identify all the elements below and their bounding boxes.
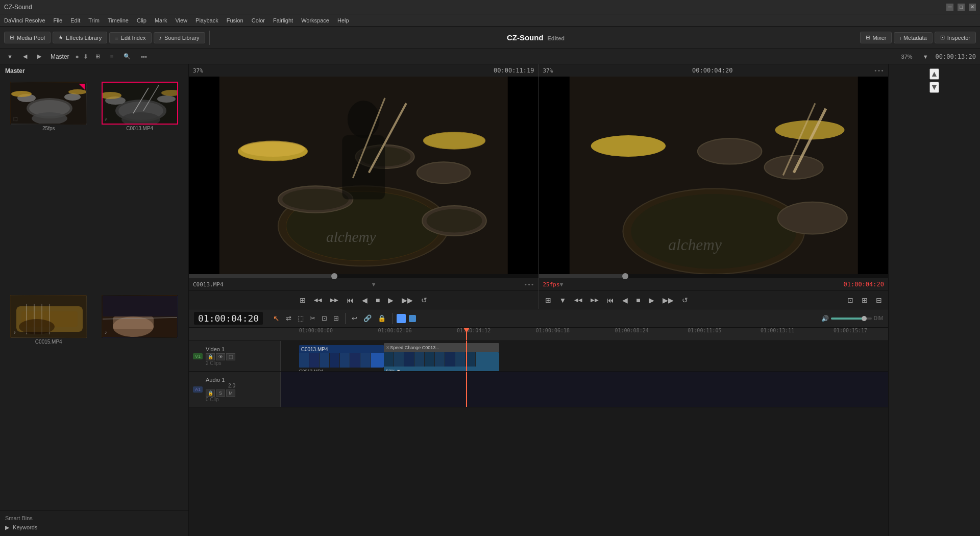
metadata-button[interactable]: i Metadata [894, 32, 932, 43]
source-go-start-button[interactable]: ⏮ [345, 295, 356, 305]
more-options-button[interactable]: ••• [138, 53, 150, 61]
clip-thumbnail[interactable]: ⬚ [10, 82, 87, 125]
source-zoom[interactable]: 37% [193, 67, 203, 74]
source-scrubber[interactable] [189, 274, 538, 278]
edit-index-button[interactable]: ≡ Edit Index [109, 32, 151, 43]
minimize-button[interactable]: ─ [946, 4, 953, 11]
color-swatch-blue[interactable] [397, 314, 406, 323]
nav-left-button[interactable]: ◀ [20, 52, 30, 61]
audio-mute-button[interactable]: M [226, 389, 235, 397]
davinci-resolve-menu[interactable]: DaVinci Resolve [4, 17, 45, 23]
mark-menu[interactable]: Mark [155, 17, 167, 23]
slide-tool-button[interactable]: ⊞ [331, 313, 341, 323]
dynamic-trim-button[interactable]: ⬚ [296, 313, 306, 323]
timeline-view-button[interactable]: ⊞ [543, 295, 553, 305]
timeline-zoom-in[interactable]: ⊞ [860, 295, 870, 305]
source-loop-button[interactable]: ↺ [419, 295, 429, 305]
media-pool-button[interactable]: ⊞ Media Pool [4, 32, 51, 43]
track-eye-button[interactable]: 👁 [216, 353, 225, 360]
search-button[interactable]: 🔍 [120, 52, 134, 61]
nav-right-button[interactable]: ▶ [34, 52, 44, 61]
keywords-item[interactable]: ▶ Keywords [5, 523, 183, 532]
source-in-out-button[interactable]: ⊞ [298, 295, 308, 305]
timeline-stop[interactable]: ■ [634, 295, 642, 305]
speed-change-clip[interactable]: 50% ▼ [384, 352, 499, 371]
audio-lock-button[interactable]: 🔒 [206, 389, 215, 397]
playback-menu[interactable]: Playback [195, 17, 218, 23]
clip-thumbnail[interactable]: ♪ [102, 82, 178, 125]
timeline-fullscreen[interactable]: ⊡ [845, 295, 855, 305]
sound-library-button[interactable]: ♪ Sound Library [154, 32, 205, 43]
trim-menu[interactable]: Trim [88, 17, 100, 23]
track-lock-button[interactable]: 🔒 [206, 353, 215, 360]
list-item[interactable]: ♪ C0015.MP4 [4, 295, 93, 506]
track-box-button[interactable]: ⬚ [226, 353, 235, 360]
source-prev-frame-button[interactable]: ◀ [360, 295, 370, 305]
clip-thumbnail[interactable]: ♪ [102, 295, 178, 338]
blade-tool-button[interactable]: ✂ [308, 313, 317, 323]
source-viewer-screen[interactable]: alchemy [189, 77, 538, 274]
timeline-scrubber[interactable] [539, 274, 889, 278]
inspector-button[interactable]: ⊡ Inspector [935, 32, 976, 43]
speed-dropdown-icon[interactable]: ▼ [396, 369, 401, 371]
video-track-content[interactable]: C0013.MP4 [281, 341, 888, 371]
timeline-loop[interactable]: ↺ [680, 295, 690, 305]
volume-slider[interactable] [831, 318, 872, 320]
view-menu[interactable]: View [175, 17, 187, 23]
timeline-go-start[interactable]: ⏮ [605, 295, 616, 305]
source-play-button[interactable]: ▶ [386, 295, 396, 305]
source-more-button[interactable]: ••• [524, 281, 534, 288]
fusion-menu[interactable]: Fusion [227, 17, 243, 23]
zoom-down-button[interactable]: ▼ [920, 53, 932, 61]
timeline-zoom[interactable]: 37% [543, 67, 553, 74]
timeline-next-frame[interactable]: ▶▶ [660, 295, 676, 305]
source-zoom-display[interactable]: 37% [898, 53, 916, 61]
source-prev-button[interactable]: ◀◀ [312, 296, 324, 304]
audio-track-content[interactable] [281, 372, 888, 407]
file-menu[interactable]: File [54, 17, 63, 23]
audio-solo-button[interactable]: S [216, 389, 225, 397]
list-item[interactable]: ♪ C0013.MP4 [95, 82, 185, 293]
side-up-button[interactable]: ▲ [929, 68, 940, 80]
timeline-viewer-screen[interactable]: alchemy [539, 77, 889, 274]
snap-button[interactable]: ↩ [350, 313, 359, 323]
side-down-button[interactable]: ▼ [929, 82, 940, 93]
color-swatch-dark-blue[interactable] [409, 315, 416, 322]
close-button[interactable]: ✕ [969, 4, 976, 11]
lock-button[interactable]: 🔒 [376, 313, 388, 323]
link-button[interactable]: 🔗 [361, 313, 374, 323]
timeline-prev-frame[interactable]: ◀ [620, 295, 630, 305]
timeline-next-next[interactable]: ▶▶ [589, 296, 601, 304]
source-options-button[interactable]: ▼ [372, 281, 376, 288]
timeline-menu[interactable]: Timeline [108, 17, 129, 23]
list-item[interactable]: ♪ [95, 295, 185, 506]
timeline-scrubber-handle[interactable] [622, 273, 628, 279]
slip-tool-button[interactable]: ⊡ [320, 313, 329, 323]
expand-button[interactable]: ▼ [4, 53, 16, 61]
select-tool-button[interactable]: ↖ [271, 313, 282, 324]
help-menu[interactable]: Help [337, 17, 349, 23]
mixer-button[interactable]: ⊞ Mixer [860, 32, 892, 43]
timeline-prev-prev[interactable]: ◀◀ [572, 296, 584, 304]
fps-dropdown[interactable]: ▼ [560, 281, 564, 288]
workspace-menu[interactable]: Workspace [301, 17, 329, 23]
color-menu[interactable]: Color [252, 17, 265, 23]
video-clip[interactable]: C0013.MP4 [299, 345, 384, 368]
list-item[interactable]: ⬚ 25fps [4, 82, 93, 293]
timeline-more-button[interactable]: ••• [874, 67, 884, 74]
source-stop-button[interactable]: ■ [374, 295, 382, 305]
trim-tool-button[interactable]: ⇄ [284, 313, 293, 323]
timeline-zoom-out[interactable]: ⊟ [874, 295, 884, 305]
source-next-frame-button[interactable]: ▶▶ [400, 295, 415, 305]
timeline-play[interactable]: ▶ [647, 295, 656, 305]
maximize-button[interactable]: □ [958, 4, 965, 11]
list-view-button[interactable]: ≡ [107, 53, 116, 61]
timeline-view-dropdown[interactable]: ▼ [557, 295, 569, 305]
source-next-button[interactable]: ▶▶ [328, 296, 340, 304]
clip-menu[interactable]: Clip [137, 17, 146, 23]
edit-menu[interactable]: Edit [70, 17, 80, 23]
timeline-ruler[interactable]: 01:00:00:00 01:00:02:06 01:00:04:12 01:0… [189, 328, 888, 341]
effects-library-button[interactable]: ★ Effects Library [53, 32, 107, 43]
fairlight-menu[interactable]: Fairlight [273, 17, 293, 23]
clip-thumbnail[interactable]: ♪ [10, 295, 87, 338]
